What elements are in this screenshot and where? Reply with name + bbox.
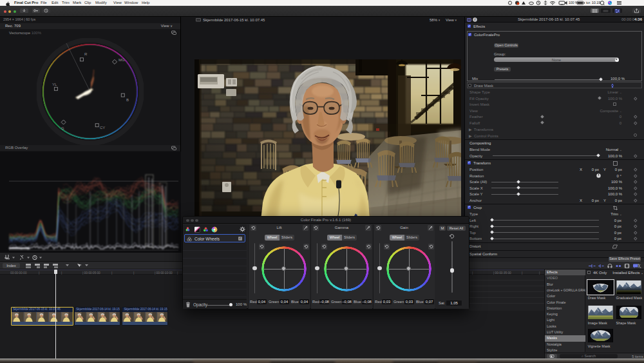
svg-text:MG: MG: [118, 58, 125, 62]
svg-text:R: R: [84, 52, 88, 56]
svg-text:YL: YL: [52, 83, 57, 86]
svg-text:CY: CY: [100, 126, 105, 130]
svg-text:B: B: [126, 98, 129, 102]
svg-text:G: G: [61, 126, 64, 130]
